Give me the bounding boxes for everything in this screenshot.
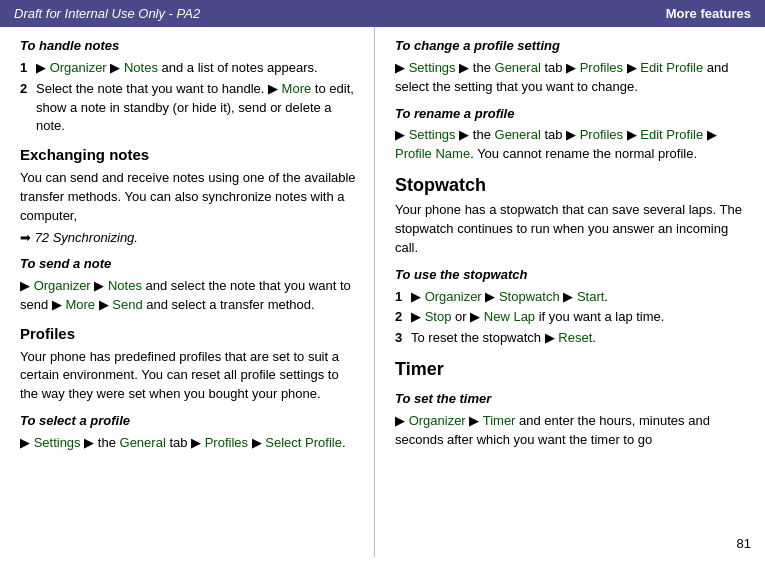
step-content-1: ▶ Organizer ▶ Notes and a list of notes … [36, 59, 318, 78]
subsection-set-timer: To set the timer ▶ Organizer ▶ Timer and… [395, 390, 749, 450]
subsection-title-handle-notes: To handle notes [20, 37, 358, 56]
subsection-title-set-timer: To set the timer [395, 390, 749, 409]
right-column: To change a profile setting ▶ Settings ▶… [375, 27, 765, 557]
section-title-stopwatch: Stopwatch [395, 172, 749, 198]
rename-profile-content: ▶ Settings ▶ the General tab ▶ Profiles … [395, 126, 749, 164]
section-exchanging-notes: Exchanging notes You can send and receiv… [20, 144, 358, 247]
subsection-select-profile: To select a profile ▶ Settings ▶ the Gen… [20, 412, 358, 453]
subsection-use-stopwatch: To use the stopwatch 1 ▶ Organizer ▶ Sto… [395, 266, 749, 348]
stopwatch-body: Your phone has a stopwatch that can save… [395, 201, 749, 258]
step-num-2: 2 [20, 80, 34, 137]
step-content-2: Select the note that you want to handle.… [36, 80, 358, 137]
exchanging-notes-body: You can send and receive notes using one… [20, 169, 358, 226]
step-sw-content-2: ▶ Stop or ▶ New Lap if you want a lap ti… [411, 308, 664, 327]
set-timer-content: ▶ Organizer ▶ Timer and enter the hours,… [395, 412, 749, 450]
step-sw-content-1: ▶ Organizer ▶ Stopwatch ▶ Start. [411, 288, 608, 307]
subsection-handle-notes: To handle notes 1 ▶ Organizer ▶ Notes an… [20, 37, 358, 136]
step-2-handle-notes: 2 Select the note that you want to handl… [20, 80, 358, 137]
subsection-title-use-stopwatch: To use the stopwatch [395, 266, 749, 285]
change-profile-content: ▶ Settings ▶ the General tab ▶ Profiles … [395, 59, 749, 97]
exchanging-notes-memo: ➡ 72 Synchronizing. [20, 229, 358, 248]
section-stopwatch: Stopwatch Your phone has a stopwatch tha… [395, 172, 749, 258]
step-num-1: 1 [20, 59, 34, 78]
main-content: To handle notes 1 ▶ Organizer ▶ Notes an… [0, 27, 765, 557]
section-profiles: Profiles Your phone has predefined profi… [20, 323, 358, 404]
select-profile-content: ▶ Settings ▶ the General tab ▶ Profiles … [20, 434, 358, 453]
subsection-send-note: To send a note ▶ Organizer ▶ Notes and s… [20, 255, 358, 315]
step-sw-num-1: 1 [395, 288, 409, 307]
subsection-change-profile-setting: To change a profile setting ▶ Settings ▶… [395, 37, 749, 97]
subsection-rename-profile: To rename a profile ▶ Settings ▶ the Gen… [395, 105, 749, 165]
subsection-title-send-note: To send a note [20, 255, 358, 274]
step-2-stopwatch: 2 ▶ Stop or ▶ New Lap if you want a lap … [395, 308, 749, 327]
section-title-timer: Timer [395, 356, 749, 382]
send-note-content: ▶ Organizer ▶ Notes and select the note … [20, 277, 358, 315]
page-number: 81 [737, 536, 751, 551]
section-timer: Timer [395, 356, 749, 382]
subsection-title-rename-profile: To rename a profile [395, 105, 749, 124]
subsection-title-select-profile: To select a profile [20, 412, 358, 431]
section-title-profiles: Profiles [20, 323, 358, 345]
step-3-stopwatch: 3 To reset the stopwatch ▶ Reset. [395, 329, 749, 348]
subsection-title-change-profile: To change a profile setting [395, 37, 749, 56]
profiles-body: Your phone has predefined profiles that … [20, 348, 358, 405]
step-sw-num-2: 2 [395, 308, 409, 327]
section-title-exchanging-notes: Exchanging notes [20, 144, 358, 166]
header-right: More features [666, 6, 751, 21]
header-left: Draft for Internal Use Only - PA2 [14, 6, 200, 21]
step-1-stopwatch: 1 ▶ Organizer ▶ Stopwatch ▶ Start. [395, 288, 749, 307]
left-column: To handle notes 1 ▶ Organizer ▶ Notes an… [0, 27, 375, 557]
header: Draft for Internal Use Only - PA2 More f… [0, 0, 765, 27]
step-1-handle-notes: 1 ▶ Organizer ▶ Notes and a list of note… [20, 59, 358, 78]
step-sw-content-3: To reset the stopwatch ▶ Reset. [411, 329, 596, 348]
step-sw-num-3: 3 [395, 329, 409, 348]
